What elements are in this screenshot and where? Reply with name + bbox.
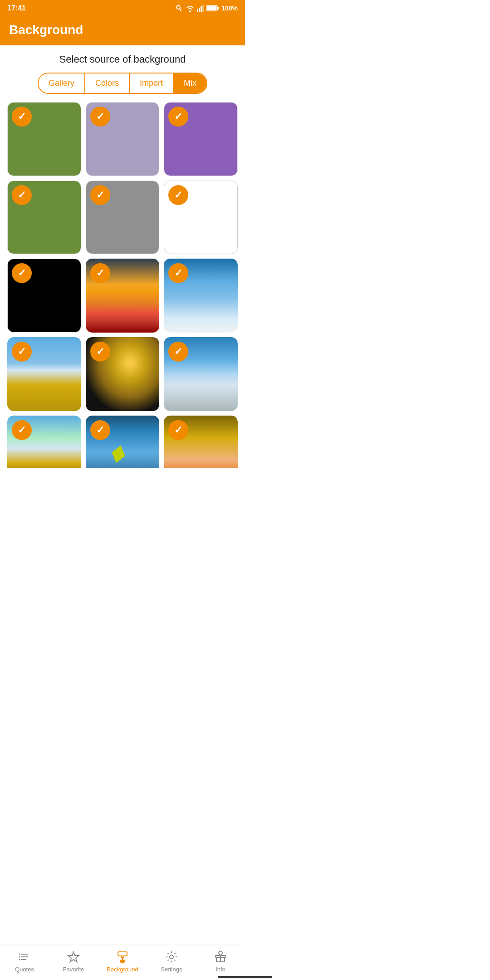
status-time: 17:41 — [7, 4, 26, 12]
svg-rect-5 — [217, 7, 219, 10]
tab-gallery[interactable]: Gallery — [39, 74, 85, 93]
list-item[interactable]: ✓ — [7, 416, 81, 468]
status-icons: 100% — [175, 5, 238, 12]
list-item[interactable]: ✓ — [7, 181, 81, 255]
svg-rect-1 — [199, 8, 200, 12]
list-item[interactable]: ✓ — [86, 102, 160, 176]
header: Background — [0, 16, 245, 45]
svg-rect-2 — [201, 6, 202, 12]
check-badge: ✓ — [90, 263, 110, 283]
list-item[interactable]: ✓ — [164, 337, 238, 411]
background-grid: ✓ ✓ ✓ ✓ ✓ ✓ — [7, 102, 238, 468]
list-item[interactable]: ✓ — [164, 102, 238, 176]
list-item[interactable]: ✓ — [86, 181, 160, 255]
list-item[interactable]: ✓ — [164, 181, 238, 255]
check-badge: ✓ — [168, 185, 188, 205]
wifi-icon — [186, 5, 195, 12]
svg-rect-0 — [197, 9, 198, 12]
tabs-row: Gallery Colors Import Mix — [38, 73, 207, 94]
check-badge: ✓ — [12, 185, 32, 205]
list-item[interactable]: ✓ — [86, 337, 160, 411]
list-item[interactable]: ✓ — [86, 416, 160, 468]
list-item[interactable]: ✓ — [164, 416, 238, 468]
signal-icon — [197, 5, 204, 12]
tab-mix[interactable]: Mix — [174, 74, 206, 93]
tab-import[interactable]: Import — [130, 74, 174, 93]
source-label: Select source of background — [7, 54, 238, 65]
main-content: Select source of background Gallery Colo… — [0, 45, 245, 468]
status-bar: 17:41 100% — [0, 0, 245, 16]
svg-rect-3 — [202, 5, 204, 12]
key-icon — [175, 5, 183, 11]
check-badge: ✓ — [90, 342, 110, 362]
page-title: Background — [9, 23, 236, 37]
list-item[interactable]: ✓ — [7, 102, 81, 176]
list-item[interactable]: ✓ — [164, 259, 238, 333]
check-badge: ✓ — [168, 420, 188, 440]
check-badge: ✓ — [168, 107, 188, 127]
background-scroll-area[interactable]: ✓ ✓ ✓ ✓ ✓ ✓ — [7, 102, 238, 468]
list-item[interactable]: ✓ — [7, 259, 81, 333]
check-badge: ✓ — [90, 420, 110, 440]
battery-pct: 100% — [221, 5, 238, 12]
check-badge: ✓ — [12, 107, 32, 127]
tab-colors[interactable]: Colors — [85, 74, 130, 93]
check-badge: ✓ — [90, 185, 110, 205]
list-item[interactable]: ✓ — [86, 259, 160, 333]
battery-icon — [206, 5, 219, 11]
check-badge: ✓ — [12, 420, 32, 440]
check-badge: ✓ — [90, 107, 110, 127]
check-badge: ✓ — [12, 342, 32, 362]
svg-rect-6 — [207, 6, 217, 10]
list-item[interactable]: ✓ — [7, 337, 81, 411]
